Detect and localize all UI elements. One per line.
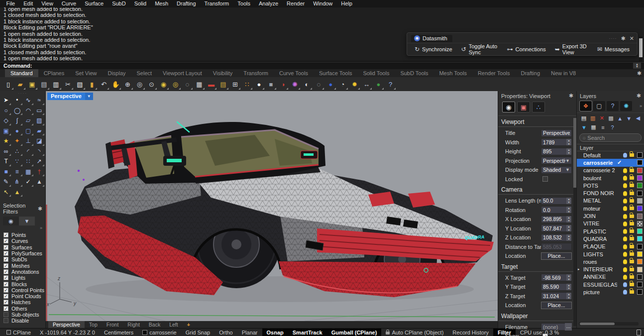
- filter-checkbox[interactable]: [3, 269, 8, 274]
- filter-checkbox[interactable]: [3, 251, 8, 256]
- layer-lock-icon[interactable]: [630, 192, 634, 195]
- selection-filter-item[interactable]: Surfaces: [3, 244, 45, 250]
- layer-row[interactable]: QUADRA: [577, 235, 644, 242]
- layer-lock-icon[interactable]: [630, 199, 634, 203]
- property-checkbox[interactable]: [542, 176, 548, 182]
- status-bar-item[interactable]: CPlane: [2, 329, 35, 336]
- check-tool-icon[interactable]: ✓: [23, 177, 34, 187]
- layer-row[interactable]: FOND NOIR: [577, 189, 644, 197]
- zoom-extents-icon[interactable]: ◎: [170, 79, 181, 90]
- status-bar-item[interactable]: Centimeters: [100, 329, 138, 336]
- selection-filter-item[interactable]: Points: [3, 232, 45, 238]
- layer-visibility-bulb-icon[interactable]: [623, 153, 627, 157]
- layer-help-icon[interactable]: ?: [608, 123, 617, 131]
- extrude-tool-icon[interactable]: ⊥: [23, 136, 34, 146]
- layer-color-swatch[interactable]: [637, 267, 643, 272]
- leader-tool-icon[interactable]: ↖: [0, 187, 11, 198]
- layer-color-swatch[interactable]: [637, 244, 643, 249]
- fillet-tool-icon[interactable]: ◜: [23, 146, 34, 157]
- status-bar-item[interactable]: SmartTrack: [288, 329, 327, 336]
- layer-row[interactable]: LIGHTS: [577, 250, 644, 258]
- viewport-tab[interactable]: Perspective: [48, 321, 85, 328]
- spinner-icon[interactable]: ▲▼: [566, 225, 571, 231]
- layer-lock-icon[interactable]: [630, 252, 634, 256]
- datasmith-button[interactable]: ➥ Export 3D View: [550, 42, 593, 56]
- artistic-view-icon[interactable]: ◔: [337, 79, 348, 90]
- layer-columns-icon[interactable]: ▦: [589, 123, 598, 131]
- layer-visibility-bulb-icon[interactable]: [623, 176, 627, 180]
- layer-visibility-bulb-icon[interactable]: [623, 214, 627, 219]
- sun-icon[interactable]: ✹: [349, 79, 360, 90]
- layer-color-swatch[interactable]: [637, 282, 643, 287]
- layer-visibility-bulb-icon[interactable]: [623, 183, 627, 188]
- rendered-view-icon[interactable]: ●: [325, 79, 336, 90]
- toolbar-tab[interactable]: Visibility: [208, 69, 238, 77]
- layer-row[interactable]: ESSUIEGLAS: [577, 281, 644, 288]
- help-icon[interactable]: ?: [385, 79, 396, 90]
- spinner-icon[interactable]: ▲▼: [566, 216, 571, 223]
- viewport-tab[interactable]: Front: [102, 321, 123, 328]
- filter-checkbox[interactable]: [3, 300, 8, 305]
- loft-tool-icon[interactable]: ▨: [34, 115, 45, 126]
- bones-tool-icon[interactable]: ⋔: [11, 177, 22, 187]
- datasmith-gear-icon[interactable]: ✱: [621, 35, 626, 42]
- viewport-tab[interactable]: Back: [144, 321, 165, 328]
- menu-item[interactable]: Solid: [130, 0, 150, 7]
- menu-item[interactable]: View: [37, 0, 58, 7]
- delete-layer-icon[interactable]: ✕: [598, 114, 606, 122]
- selection-filters-gear-icon[interactable]: ✱: [38, 206, 42, 212]
- layer-color-swatch[interactable]: [637, 175, 643, 181]
- layer-visibility-bulb-icon[interactable]: [623, 199, 627, 203]
- menu-item[interactable]: Mesh: [151, 0, 173, 7]
- layer-visibility-bulb-icon[interactable]: [623, 244, 627, 249]
- curve-edit-tool-icon[interactable]: ≈: [34, 95, 45, 106]
- new-layer-icon[interactable]: ▤: [580, 114, 588, 122]
- layer-color-swatch[interactable]: [637, 198, 643, 204]
- layer-row[interactable]: PLAQUE: [577, 243, 644, 250]
- toolbar-tab[interactable]: Mesh Tools: [433, 69, 472, 77]
- filter-checkbox[interactable]: [3, 294, 8, 299]
- boolean-tool-icon[interactable]: ◪: [34, 136, 45, 146]
- property-field[interactable]: Shaded ▲▼ ▼ ...: [541, 166, 572, 174]
- set-cplane-icon[interactable]: ⊞: [229, 79, 241, 90]
- toolbar-gear-icon[interactable]: ✱: [637, 70, 642, 77]
- move-tool-icon[interactable]: ↗: [34, 156, 45, 167]
- spinner-icon[interactable]: ▲▼: [566, 139, 571, 145]
- zoom-selected-icon[interactable]: ◉: [158, 79, 169, 90]
- layer-color-swatch[interactable]: [637, 251, 643, 257]
- property-field[interactable]: 31.024 ▲▼ ▼ ...: [541, 292, 572, 300]
- layer-color-swatch[interactable]: [637, 160, 643, 165]
- patch-tool-icon[interactable]: ▱: [23, 115, 34, 126]
- command-history-spinner[interactable]: ▲▼: [633, 63, 641, 69]
- selection-filter-item[interactable]: Control Points: [3, 287, 45, 293]
- solid-edit-tool-icon[interactable]: ▰: [34, 126, 45, 136]
- dropdown-arrow-icon[interactable]: ▼: [565, 167, 570, 172]
- menu-item[interactable]: File: [2, 0, 19, 7]
- render-icon[interactable]: ◑: [277, 79, 289, 90]
- property-field[interactable]: ▲▼ ▼ ...: [541, 175, 572, 183]
- sidebar-drag-handle[interactable]: ····: [0, 91, 45, 95]
- property-field[interactable]: (none) ▲▼ ▼ ...: [541, 323, 572, 331]
- save-icon[interactable]: ▣: [26, 79, 38, 90]
- copy-icon[interactable]: ▧: [74, 79, 86, 90]
- menu-item[interactable]: Surface: [81, 0, 108, 7]
- pan-icon[interactable]: ✋: [110, 79, 121, 90]
- layer-color-swatch[interactable]: [637, 168, 643, 173]
- circle-tool-icon[interactable]: ○: [0, 106, 11, 116]
- layer-lock-icon[interactable]: [630, 290, 634, 294]
- menu-item[interactable]: Help: [337, 0, 357, 7]
- datasmith-button[interactable]: ↻ Synchronize: [410, 45, 457, 54]
- layer-lock-icon[interactable]: [630, 184, 634, 187]
- toolbar-tab[interactable]: Drafting: [516, 69, 546, 77]
- layer-menu-icon[interactable]: ≡: [599, 123, 607, 131]
- layer-lock-icon[interactable]: [630, 229, 634, 233]
- filter-checkbox[interactable]: [3, 282, 8, 287]
- property-field[interactable]: Perspective ▲▼ ▼ ...: [541, 157, 572, 164]
- properties-gear-icon[interactable]: ✱: [569, 93, 573, 99]
- layer-visibility-bulb-icon[interactable]: [623, 267, 627, 272]
- property-field[interactable]: 85.590 ▲▼ ▼ ...: [541, 283, 572, 291]
- viewport-tab[interactable]: Right: [123, 321, 144, 328]
- layer-visibility-bulb-icon[interactable]: [623, 282, 627, 287]
- datasmith-button[interactable]: ↺ Toggle Auto Sync: [457, 42, 503, 56]
- status-bar-item[interactable]: carrosserie: [138, 329, 181, 336]
